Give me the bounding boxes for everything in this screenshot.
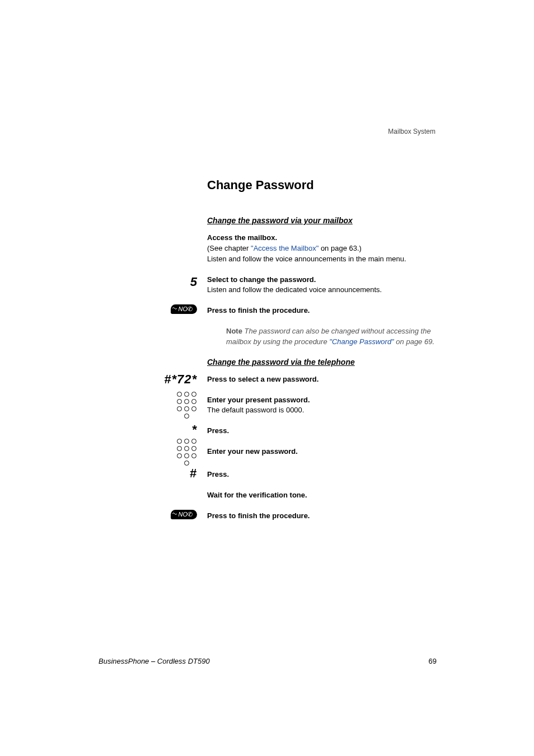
phone-icon: ✆: [188, 511, 193, 518]
step-bold: Wait for the verification tone.: [207, 490, 437, 501]
step-finish-1: NO✆ Press to finish the procedure.: [207, 306, 437, 316]
page-title: Change Password: [207, 178, 437, 192]
text-pre: (See chapter: [207, 244, 251, 252]
text-post: on page 63.): [318, 244, 362, 252]
no-button-label: NO: [179, 511, 188, 518]
step-bold: Press to finish the procedure.: [207, 306, 437, 316]
step-enter-present: Enter your present password. The default…: [207, 395, 437, 416]
key-5: 5: [190, 275, 197, 289]
step-bold: Access the mailbox.: [207, 233, 437, 243]
step-bold: Press to finish the procedure.: [207, 511, 437, 522]
note-block: Note The password can also be changed wi…: [226, 326, 437, 348]
step-bold: Press.: [207, 426, 437, 436]
note-label: Note: [226, 327, 242, 335]
step-select-change: 5 Select to change the password. Listen …: [207, 275, 437, 296]
header-section-label: Mailbox System: [388, 128, 435, 135]
step-body: The default password is 0000.: [207, 405, 437, 416]
step-access-mailbox: Access the mailbox. (See chapter "Access…: [207, 233, 437, 265]
subheading-via-telephone: Change the password via the telephone: [207, 358, 437, 367]
step-body: (See chapter "Access the Mailbox" on pag…: [207, 243, 437, 254]
step-bold: Enter your present password.: [207, 395, 437, 406]
keypad-icon: [177, 392, 197, 419]
step-finish-2: NO✆ Press to finish the procedure.: [207, 511, 437, 522]
key-hash: #: [190, 466, 197, 481]
footer-product: BusinessPhone – Cordless DT590: [99, 657, 210, 665]
phone-icon: ✆: [188, 306, 193, 312]
subheading-via-mailbox: Change the password via your mailbox: [207, 216, 437, 225]
page-footer: BusinessPhone – Cordless DT590 69: [99, 657, 437, 665]
step-bold: Enter your new password.: [207, 447, 437, 457]
no-button-label: NO: [179, 306, 188, 312]
step-bold: Press to select a new password.: [207, 374, 437, 385]
key-sequence-code: #*72*: [164, 372, 197, 387]
step-body-2: Listen and follow the voice announcement…: [207, 254, 437, 265]
step-press-code: #*72* Press to select a new password.: [207, 374, 437, 385]
step-press-hash: # Press.: [207, 469, 437, 480]
no-button-icon: NO✆: [171, 304, 198, 314]
no-button-icon: NO✆: [171, 510, 198, 519]
key-star: *: [191, 422, 197, 437]
footer-page-number: 69: [429, 657, 437, 665]
step-enter-new: Enter your new password.: [207, 447, 437, 457]
step-bold: Press.: [207, 469, 437, 480]
step-wait-tone: Wait for the verification tone.: [207, 490, 437, 501]
step-press-star: * Press.: [207, 426, 437, 436]
link-access-mailbox[interactable]: "Access the Mailbox": [251, 244, 318, 252]
step-body: Listen and follow the dedicated voice an…: [207, 285, 437, 295]
keypad-icon: [177, 439, 197, 466]
note-text-post: on page 69.: [394, 337, 434, 346]
step-bold: Select to change the password.: [207, 275, 437, 285]
link-change-password[interactable]: "Change Password": [329, 337, 394, 346]
